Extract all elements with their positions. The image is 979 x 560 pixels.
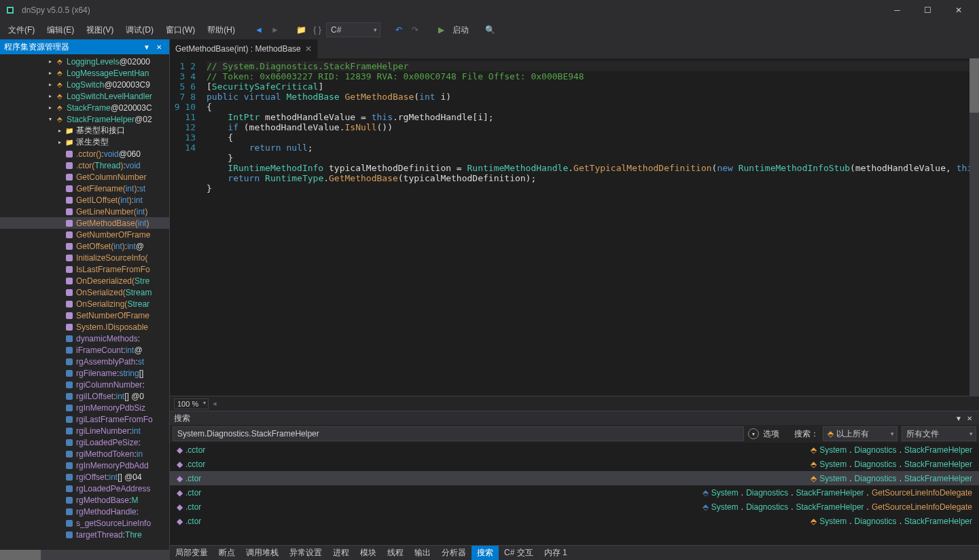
sidebar-scroll-h[interactable] xyxy=(0,550,169,560)
search-result-row[interactable]: ◆.ctor⬘System.Diagnostics.StackFrameHelp… xyxy=(170,514,979,528)
search-close-icon[interactable]: ✕ xyxy=(964,413,975,424)
tree-row[interactable]: OnSerializing(Strear xyxy=(0,298,169,310)
tree-row[interactable]: rgiMethodToken : in xyxy=(0,448,169,460)
tree-row[interactable]: rgiLoadedPeSize : xyxy=(0,436,169,448)
bottom-tab[interactable]: 异常设置 xyxy=(284,546,327,560)
options-label[interactable]: 选项 xyxy=(763,428,779,440)
options-icon[interactable]: ▾ xyxy=(748,428,759,439)
hscroll-left-icon[interactable]: ◂ xyxy=(213,399,217,408)
tree-row[interactable]: rgLoadedPeAddress xyxy=(0,483,169,494)
search-scope-combo[interactable]: ⬘以上所有 xyxy=(823,426,897,441)
undo-icon[interactable]: ↶ xyxy=(391,22,406,37)
language-combo[interactable]: C# xyxy=(326,22,380,37)
menu-item[interactable]: 窗口(W) xyxy=(160,22,200,39)
tree-row[interactable]: targetThread : Thre xyxy=(0,529,169,540)
tree-row[interactable]: OnSerialized(Stream xyxy=(0,286,169,298)
search-controls: ▾ 选项 搜索： ⬘以上所有 所有文件 xyxy=(170,425,979,443)
bottom-tab[interactable]: 进程 xyxy=(327,546,355,560)
panel-close-icon[interactable]: ✕ xyxy=(153,41,165,53)
menu-item[interactable]: 编辑(E) xyxy=(41,22,79,39)
bottom-tab[interactable]: 断点 xyxy=(213,546,241,560)
nav-back-icon[interactable]: ◄ xyxy=(251,22,266,37)
titlebar: dnSpy v5.0.5 (x64) ─ ☐ ✕ xyxy=(0,0,979,20)
tree-row[interactable]: .ctor(Thread) : void xyxy=(0,160,169,171)
tree-row[interactable]: ▸📁派生类型 xyxy=(0,136,169,148)
tree-row[interactable]: ▸⬘LogSwitchLevelHandler xyxy=(0,90,169,102)
close-button[interactable]: ✕ xyxy=(943,0,974,20)
bottom-tab[interactable]: 内存 1 xyxy=(539,546,573,560)
search-result-row[interactable]: ◆.ctor⬘System.Diagnostics.StackFrameHelp… xyxy=(170,471,979,485)
redo-icon[interactable]: ↷ xyxy=(408,22,423,37)
tree-row[interactable]: rgiOffset : int[] @04 xyxy=(0,471,169,483)
menu-item[interactable]: 文件(F) xyxy=(3,22,40,39)
open-icon[interactable]: 📁 xyxy=(293,22,308,37)
tree-row[interactable]: GetLineNumber(int) xyxy=(0,206,169,217)
tree-row[interactable]: rgiILOffset : int[] @0 xyxy=(0,390,169,402)
bottom-tab[interactable]: 输出 xyxy=(409,546,436,560)
menu-item[interactable]: 调试(D) xyxy=(120,22,159,39)
tree-row[interactable]: ▸⬘StackFrame @020003C xyxy=(0,102,169,113)
bottom-tab[interactable]: 分析器 xyxy=(436,546,471,560)
tree-row[interactable]: GetColumnNumber xyxy=(0,171,169,183)
tree-row[interactable]: SetNumberOfFrame xyxy=(0,310,169,321)
tree-row[interactable]: rgAssemblyPath : st xyxy=(0,356,169,367)
zoom-combo[interactable]: 100 % xyxy=(174,398,209,409)
tree-row[interactable]: dynamicMethods : xyxy=(0,333,169,344)
tree-row[interactable]: GetNumberOfFrame xyxy=(0,229,169,240)
tree-row[interactable]: ▸⬘LogMessageEventHan xyxy=(0,67,169,79)
tree-row[interactable]: rgiLastFrameFromFo xyxy=(0,413,169,425)
tree-row[interactable]: rgInMemoryPdbAdd xyxy=(0,460,169,471)
tree-row[interactable]: rgMethodHandle : xyxy=(0,506,169,517)
bottom-tab[interactable]: 调用堆栈 xyxy=(241,546,284,560)
tree-row[interactable]: InitializeSourceInfo( xyxy=(0,252,169,263)
search-files-combo[interactable]: 所有文件 xyxy=(902,426,976,441)
tree-row[interactable]: rgiLineNumber : int xyxy=(0,425,169,436)
tree-row[interactable]: ▸📁基类型和接口 xyxy=(0,125,169,136)
tree-row[interactable]: GetMethodBase(int) xyxy=(0,217,169,229)
search-result-row[interactable]: ◆.ctor⬘System.Diagnostics.StackFrameHelp… xyxy=(170,485,979,500)
tree-row[interactable]: ▸⬘LoggingLevels @02000 xyxy=(0,56,169,67)
tree-row[interactable]: rgFilename : string[] xyxy=(0,367,169,379)
tree-row[interactable]: rgInMemoryPdbSiz xyxy=(0,402,169,413)
bottom-tab[interactable]: 搜索 xyxy=(471,546,499,560)
bottom-tab[interactable]: 模块 xyxy=(355,546,382,560)
tree-row[interactable]: rgMethodBase : M xyxy=(0,494,169,506)
tree-row[interactable]: ▸⬘LogSwitch @020003C9 xyxy=(0,79,169,90)
tree-row[interactable]: rgiColumnNumber : xyxy=(0,379,169,390)
code-area[interactable]: // System.Diagnostics.StackFrameHelper /… xyxy=(207,58,969,396)
tree-row[interactable]: GetOffset(int) : int @ xyxy=(0,240,169,252)
bottom-tab[interactable]: C# 交互 xyxy=(499,546,539,560)
bottom-tab[interactable]: 局部变量 xyxy=(170,546,213,560)
tree-row[interactable]: iFrameCount : int @ xyxy=(0,344,169,356)
tree-row[interactable]: ▾⬘StackFrameHelper @02 xyxy=(0,113,169,125)
assembly-tree[interactable]: ▸⬘LoggingLevels @02000▸⬘LogMessageEventH… xyxy=(0,54,169,550)
tree-row[interactable]: IsLastFrameFromFo xyxy=(0,263,169,275)
tree-row[interactable]: System.IDisposable xyxy=(0,321,169,333)
tab-close-icon[interactable]: ✕ xyxy=(305,44,312,54)
ns-icon[interactable]: { } xyxy=(310,22,325,37)
menu-item[interactable]: 视图(V) xyxy=(81,22,119,39)
search-results[interactable]: ◆.cctor⬘System.Diagnostics.StackFrameHel… xyxy=(170,443,979,545)
search-input[interactable] xyxy=(173,426,744,441)
editor-tab[interactable]: GetMethodBase(int) : MethodBase ✕ xyxy=(170,39,318,58)
editor-scroll-v[interactable] xyxy=(969,58,979,396)
tree-row[interactable]: .cctor() : void @060 xyxy=(0,148,169,160)
panel-dropdown-icon[interactable]: ▼ xyxy=(141,41,153,53)
start-label[interactable]: 启动 xyxy=(450,24,471,36)
minimize-button[interactable]: ─ xyxy=(882,0,912,20)
search-result-row[interactable]: ◆.cctor⬘System.Diagnostics.StackFrameHel… xyxy=(170,457,979,471)
maximize-button[interactable]: ☐ xyxy=(912,0,943,20)
menu-item[interactable]: 帮助(H) xyxy=(202,22,241,39)
search-result-row[interactable]: ◆.ctor⬘System.Diagnostics.StackFrameHelp… xyxy=(170,500,979,514)
search-result-row[interactable]: ◆.cctor⬘System.Diagnostics.StackFrameHel… xyxy=(170,443,979,457)
search-dropdown-icon[interactable]: ▼ xyxy=(953,413,964,424)
code-editor[interactable]: 1 2 3 4 5 6 7 8 9 10 11 12 13 14 // Syst… xyxy=(170,58,979,396)
nav-fwd-icon[interactable]: ► xyxy=(268,22,283,37)
tree-row[interactable]: GetFilename(int) : st xyxy=(0,183,169,194)
tree-row[interactable]: GetILOffset(int) : int xyxy=(0,194,169,206)
search-toolbar-icon[interactable]: 🔍 xyxy=(482,22,497,37)
tree-row[interactable]: OnDeserialized(Stre xyxy=(0,275,169,286)
start-icon[interactable]: ▶ xyxy=(433,22,448,37)
tree-row[interactable]: s_getSourceLineInfo xyxy=(0,517,169,529)
bottom-tab[interactable]: 线程 xyxy=(382,546,409,560)
